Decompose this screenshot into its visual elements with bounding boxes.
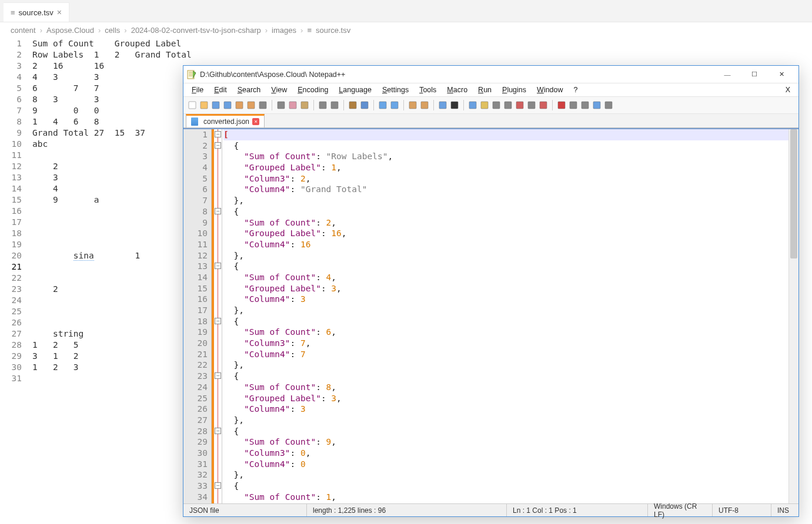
minimize-button[interactable]: — [714, 66, 741, 83]
menu-tools[interactable]: Tools [415, 85, 441, 95]
close-icon[interactable]: × [57, 8, 62, 17]
cut-icon[interactable] [276, 100, 286, 110]
allchars-icon[interactable] [449, 100, 460, 110]
chevron-right-icon: › [265, 26, 268, 35]
menu-macro[interactable]: Macro [442, 85, 472, 95]
zoomout-icon[interactable] [389, 100, 400, 110]
redo-icon[interactable] [329, 100, 340, 110]
menu-run[interactable]: Run [473, 85, 496, 95]
breadcrumb-item[interactable]: images [272, 26, 296, 35]
npp-title-text: D:\Github\content\Aspose.Cloud\ Notepad+… [200, 70, 714, 79]
breadcrumb-item[interactable]: Aspose.Cloud [46, 26, 94, 35]
npp-editor[interactable]: 1234567891011121314151617181920212223242… [183, 128, 798, 503]
breadcrumb-item[interactable]: cells [105, 26, 120, 35]
svg-rect-25 [516, 102, 523, 109]
svg-rect-9 [289, 102, 296, 109]
vscode-tab-label: source.tsv [19, 8, 54, 17]
fold-toggle[interactable]: − [215, 263, 221, 269]
svg-rect-21 [469, 102, 476, 109]
npp-titlebar[interactable]: D:\Github\content\Aspose.Cloud\ Notepad+… [183, 66, 798, 83]
fold-toggle[interactable]: − [215, 372, 221, 379]
menu-search[interactable]: Search [233, 85, 266, 95]
fold-toggle[interactable]: − [215, 208, 221, 214]
fold-toggle[interactable]: − [215, 131, 221, 137]
stop-icon[interactable] [568, 100, 579, 110]
status-enc: UTF-8 [713, 504, 771, 516]
undo-icon[interactable] [318, 100, 328, 110]
svg-rect-20 [451, 102, 458, 109]
svg-rect-8 [278, 102, 285, 109]
chevron-right-icon: › [300, 26, 303, 35]
svg-rect-16 [391, 102, 398, 109]
svg-rect-2 [201, 102, 208, 109]
menu-plugins[interactable]: Plugins [497, 85, 531, 95]
svg-rect-3 [212, 102, 219, 109]
menu-file[interactable]: File [187, 85, 208, 95]
menu-close-icon[interactable]: X [781, 85, 795, 95]
chevron-right-icon: › [98, 26, 101, 35]
svg-rect-29 [570, 102, 577, 109]
menu-language[interactable]: Language [334, 85, 376, 95]
sync-h-icon[interactable] [419, 100, 430, 110]
npp-scrollbar[interactable] [788, 129, 798, 503]
play-icon[interactable] [580, 100, 590, 110]
paste-icon[interactable] [299, 100, 310, 110]
save-icon[interactable] [210, 100, 221, 110]
npp-code[interactable]: [ { "Sum of Count": "Row Labels", "Group… [222, 129, 788, 503]
playm-icon[interactable] [592, 100, 602, 110]
svg-rect-26 [528, 102, 535, 109]
file-icon [191, 117, 198, 126]
closeall-icon[interactable] [246, 100, 256, 110]
fold-toggle[interactable]: − [215, 318, 221, 324]
vscode-breadcrumb[interactable]: content›Aspose.Cloud›cells›2024-08-02-co… [0, 22, 812, 38]
npp-scrollthumb[interactable] [790, 129, 797, 258]
breadcrumb-item[interactable]: 2024-08-02-convert-tsv-to-json-csharp [131, 26, 261, 35]
record-icon[interactable] [556, 100, 567, 110]
find-icon[interactable] [347, 100, 358, 110]
svg-rect-30 [582, 102, 589, 109]
status-ins: INS [771, 504, 798, 516]
maximize-button[interactable]: ☐ [741, 66, 768, 83]
doc-icon[interactable] [491, 100, 502, 110]
save-macro-icon[interactable] [603, 100, 614, 110]
replace-icon[interactable] [359, 100, 370, 110]
close-icon[interactable]: × [252, 118, 259, 125]
doclist-icon[interactable] [503, 100, 513, 110]
close-button[interactable]: ✕ [768, 66, 795, 83]
npp-tab-converted[interactable]: converted.json × [186, 114, 265, 127]
funclist-icon[interactable] [514, 100, 525, 110]
wrap-icon[interactable] [437, 100, 448, 110]
svg-rect-31 [593, 102, 600, 109]
monitor-icon[interactable] [538, 100, 549, 110]
menu-encoding[interactable]: Encoding [293, 85, 333, 95]
open-icon[interactable] [199, 100, 209, 110]
print-icon[interactable] [258, 100, 268, 110]
close-icon[interactable] [234, 100, 245, 110]
menu-view[interactable]: View [266, 85, 292, 95]
svg-rect-6 [248, 102, 255, 109]
sync-v-icon[interactable] [407, 100, 418, 110]
menu-?[interactable]: ? [569, 85, 583, 95]
svg-rect-15 [379, 102, 386, 109]
folder-icon[interactable] [479, 100, 490, 110]
svg-rect-18 [421, 102, 428, 109]
npp-fold-margin[interactable]: −−−−−−−− [214, 129, 222, 503]
vscode-tab-source[interactable]: ≡ source.tsv × [4, 2, 69, 22]
zoomin-icon[interactable] [377, 100, 388, 110]
indent-icon[interactable] [467, 100, 478, 110]
svg-rect-32 [605, 102, 612, 109]
vscode-text[interactable]: Sum of Count Grouped LabelRow Labels 1 2… [32, 38, 192, 384]
menu-settings[interactable]: Settings [377, 85, 413, 95]
menu-window[interactable]: Window [532, 85, 567, 95]
breadcrumb-item[interactable]: source.tsv [316, 26, 350, 35]
fold-toggle[interactable]: − [215, 428, 221, 434]
new-icon[interactable] [187, 100, 198, 110]
saveall-icon[interactable] [222, 100, 233, 110]
docmap-icon[interactable] [526, 100, 537, 110]
status-eol: Windows (CR LF) [648, 504, 713, 516]
menu-edit[interactable]: Edit [209, 85, 232, 95]
fold-toggle[interactable]: − [215, 142, 221, 149]
fold-toggle[interactable]: − [215, 482, 221, 489]
copy-icon[interactable] [288, 100, 298, 110]
breadcrumb-item[interactable]: content [11, 26, 36, 35]
